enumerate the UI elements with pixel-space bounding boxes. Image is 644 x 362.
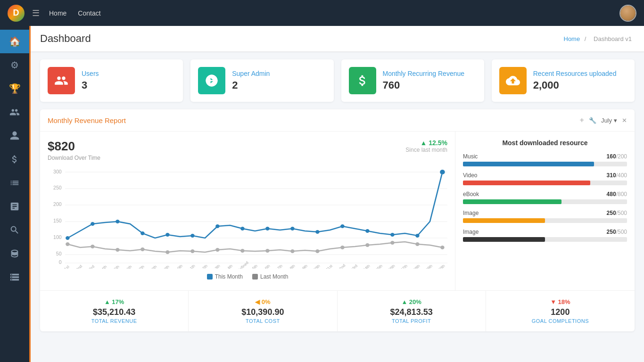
stat-card-admin[interactable]: Super Admin 2 (190, 59, 333, 102)
resource-section: Most downloaded resource Music 160/200 (455, 132, 635, 290)
bottom-pct-goals: ▼ 18% (494, 298, 627, 305)
svg-text:30th: 30th (437, 263, 446, 269)
panel-body: $820 Download Over Time ▲ 12.5% Since la… (40, 132, 635, 290)
sidebar-item-users[interactable] (0, 100, 29, 124)
svg-text:1st: 1st (63, 264, 70, 269)
svg-text:29th: 29th (425, 263, 434, 269)
svg-text:50: 50 (56, 251, 62, 256)
svg-text:8th: 8th (151, 264, 158, 269)
svg-text:11th: 11th (187, 263, 196, 269)
sidebar-item-db1[interactable] (0, 242, 29, 265)
wrench-icon: 🔧 (589, 117, 596, 124)
chart-left: $820 Download Over Time (48, 139, 100, 161)
sidebar-item-person[interactable] (0, 124, 29, 148)
page-title: Dashboard (40, 33, 91, 45)
svg-point-20 (190, 249, 194, 253)
resource-row-image1: Image 250/500 (463, 210, 627, 216)
progress-fill-image1 (463, 218, 545, 223)
bottom-value-goals: 1200 (494, 307, 627, 317)
sidebar-item-finance[interactable] (0, 148, 29, 171)
sidebar-item-settings[interactable]: ⚙ (0, 53, 29, 77)
svg-point-42 (340, 224, 344, 228)
stat-icon-resources (499, 67, 527, 94)
svg-point-25 (315, 249, 319, 253)
sidebar-item-report[interactable] (0, 195, 29, 218)
svg-point-37 (215, 224, 219, 228)
month-selector[interactable]: July ▾ (601, 117, 617, 124)
resource-count-ebook: 480/800 (607, 191, 627, 197)
bottom-value-profit: $24,813.53 (345, 307, 478, 317)
svg-text:5th: 5th (113, 264, 120, 269)
progress-bg-ebook (463, 199, 627, 204)
svg-text:16th: 16th (262, 263, 271, 269)
sidebar-item-achievements[interactable]: 🏆 (0, 77, 29, 100)
svg-point-32 (91, 222, 94, 226)
svg-text:21st: 21st (325, 263, 333, 269)
stat-card-revenue[interactable]: Monthly Recurring Revenue 760 (341, 59, 484, 102)
svg-text:undefined: undefined (234, 261, 249, 269)
svg-point-43 (365, 229, 369, 233)
stat-info-revenue: Monthly Recurring Revenue 760 (383, 70, 465, 91)
svg-text:24th: 24th (362, 263, 371, 269)
svg-text:9th: 9th (163, 264, 170, 269)
nav-links: Home Contact (49, 9, 101, 17)
svg-text:18th: 18th (287, 263, 296, 269)
svg-text:17th: 17th (275, 263, 284, 269)
nav-contact[interactable]: Contact (78, 9, 100, 17)
stat-card-users[interactable]: Users 3 (40, 59, 183, 102)
legend-dot-this (207, 274, 213, 280)
resource-name-image2: Image (463, 229, 479, 235)
add-button[interactable]: + (580, 116, 584, 124)
svg-point-35 (165, 233, 169, 237)
logo: D (8, 5, 25, 22)
resource-item-image2: Image 250/500 (463, 229, 627, 242)
resource-row-ebook: eBook 480/800 (463, 191, 627, 197)
resource-name-ebook: eBook (463, 191, 479, 197)
sidebar-item-list[interactable] (0, 171, 29, 195)
main-panel: Monthly Revenue Report + 🔧 July ▾ ✕ (40, 109, 635, 331)
hamburger-icon[interactable]: ☰ (32, 8, 40, 18)
chart-pct: ▲ 12.5% (405, 139, 447, 147)
svg-point-44 (390, 233, 394, 237)
close-icon[interactable]: ✕ (622, 117, 627, 124)
stat-card-resources[interactable]: Recent Resources uploaded 2,000 (492, 59, 635, 102)
resource-item-video: Video 310/400 (463, 172, 627, 185)
resource-item-music: Music 160/200 (463, 153, 627, 166)
stat-label-revenue: Monthly Recurring Revenue (383, 70, 465, 77)
svg-text:20th: 20th (312, 263, 321, 269)
svg-text:15th: 15th (250, 263, 259, 269)
legend-dot-last (252, 274, 258, 280)
svg-point-15 (66, 242, 69, 246)
progress-bg-music (463, 162, 627, 166)
bottom-value-revenue: $35,210.43 (48, 307, 181, 317)
chart-legend: This Month Last Month (48, 269, 447, 283)
resource-count-music: 160/200 (607, 153, 627, 160)
breadcrumb: Home / Dashboard v1 (564, 35, 635, 42)
avatar[interactable] (619, 5, 636, 22)
svg-text:4th: 4th (101, 264, 108, 269)
svg-text:10th: 10th (175, 263, 184, 269)
progress-bg-video (463, 181, 627, 185)
svg-point-38 (240, 227, 244, 230)
sidebar-item-db2[interactable] (0, 265, 29, 289)
resource-item-image1: Image 250/500 (463, 210, 627, 223)
sidebar-item-home[interactable]: 🏠 (0, 30, 29, 53)
svg-text:23rd: 23rd (350, 263, 359, 269)
svg-text:22nd: 22nd (337, 263, 347, 269)
svg-text:7th: 7th (138, 264, 145, 269)
breadcrumb-home[interactable]: Home (564, 35, 580, 42)
nav-home[interactable]: Home (49, 9, 66, 17)
sidebar-item-search[interactable] (0, 218, 29, 242)
chart-wrapper: 300 250 200 150 100 50 0 (48, 165, 447, 269)
content-area: Dashboard Home / Dashboard v1 Users 3 (31, 26, 644, 362)
svg-point-29 (415, 242, 419, 246)
stat-label-admin: Super Admin (232, 70, 270, 77)
svg-point-24 (290, 249, 294, 253)
bottom-stats: ▲ 17% $35,210.43 TOTAL REVENUE ◀ 0% $10,… (40, 290, 635, 331)
svg-text:300: 300 (53, 169, 62, 174)
stat-info-admin: Super Admin 2 (232, 70, 270, 91)
svg-text:27th: 27th (400, 263, 409, 269)
svg-text:2nd: 2nd (75, 264, 83, 269)
resource-title: Most downloaded resource (463, 139, 627, 147)
bottom-stat-revenue: ▲ 17% $35,210.43 TOTAL REVENUE (40, 291, 189, 331)
